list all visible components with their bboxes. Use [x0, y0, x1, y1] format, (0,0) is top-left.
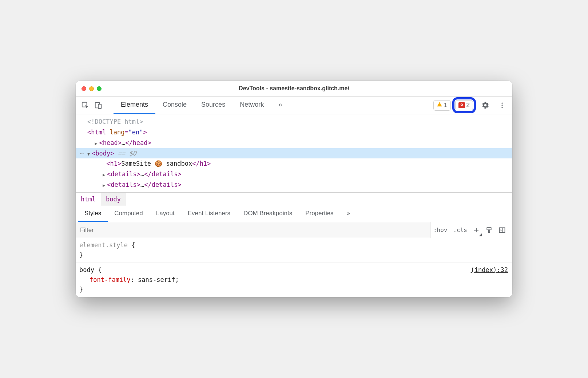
subtab-computed[interactable]: Computed	[108, 206, 149, 222]
subtab-layout[interactable]: Layout	[150, 206, 181, 222]
dom-doctype-line[interactable]: <!DOCTYPE html>	[76, 117, 512, 127]
issues-count: 2	[466, 102, 470, 109]
inspect-element-icon[interactable]	[79, 99, 92, 112]
tab-sources[interactable]: Sources	[194, 97, 233, 114]
styles-toolbar: :hov .cls	[76, 222, 512, 238]
traffic-lights	[82, 86, 102, 91]
svg-point-6	[501, 107, 502, 108]
crumb-body[interactable]: body	[101, 193, 126, 206]
tab-elements[interactable]: Elements	[114, 97, 155, 114]
svg-point-5	[501, 105, 502, 106]
warning-icon	[437, 102, 442, 109]
css-property-value[interactable]: sans-serif	[138, 276, 175, 283]
selector-element-style: element.style	[79, 241, 128, 249]
main-panel-tabs: Elements Console Sources Network »	[114, 97, 289, 114]
subtab-more[interactable]: »	[340, 206, 357, 222]
devtools-window: DevTools - samesite-sandbox.glitch.me/ E…	[76, 81, 512, 297]
expand-icon[interactable]: ▶	[103, 171, 107, 178]
selector-body: body	[79, 266, 94, 273]
subtab-properties[interactable]: Properties	[299, 206, 340, 222]
hov-toggle[interactable]: :hov	[430, 222, 450, 238]
tab-network[interactable]: Network	[233, 97, 271, 114]
dom-h1-line[interactable]: <h1>SameSite 🍪 sandbox</h1>	[76, 158, 512, 169]
subtab-event-listeners[interactable]: Event Listeners	[181, 206, 237, 222]
tab-console[interactable]: Console	[155, 97, 194, 114]
expand-icon[interactable]: ▶	[95, 140, 99, 147]
cls-toggle[interactable]: .cls	[450, 222, 470, 238]
subtab-styles[interactable]: Styles	[78, 206, 108, 222]
crumb-html[interactable]: html	[76, 193, 101, 206]
window-close-button[interactable]	[82, 86, 86, 91]
subtab-dom-breakpoints[interactable]: DOM Breakpoints	[237, 206, 299, 222]
device-toolbar-icon[interactable]	[92, 99, 105, 112]
rule-source-link[interactable]: (index):32	[471, 265, 508, 275]
expand-icon[interactable]: ▶	[103, 182, 107, 189]
toggle-computed-sidebar-icon[interactable]	[496, 222, 509, 238]
css-property-name[interactable]: font-family	[90, 276, 131, 283]
dom-head-line[interactable]: ▶<head>…</head>	[76, 138, 512, 148]
dom-body-line[interactable]: ⋯▼<body> == $0	[76, 148, 512, 159]
breadcrumbs: html body	[76, 192, 512, 206]
styles-subtabs: Styles Computed Layout Event Listeners D…	[76, 206, 512, 222]
settings-icon[interactable]	[478, 98, 493, 113]
issues-icon	[458, 102, 465, 108]
kebab-menu-icon[interactable]	[495, 98, 509, 113]
new-style-rule-button[interactable]	[470, 222, 482, 238]
main-toolbar: Elements Console Sources Network » 1	[76, 97, 512, 114]
titlebar: DevTools - samesite-sandbox.glitch.me/	[76, 81, 512, 97]
warnings-count: 1	[444, 102, 447, 109]
svg-rect-8	[500, 228, 505, 232]
window-minimize-button[interactable]	[89, 86, 94, 91]
dom-details-line-2[interactable]: ▶<details>…</details>	[76, 180, 512, 190]
status-badges: 1 2	[433, 97, 476, 113]
warnings-counter[interactable]: 1	[433, 100, 450, 111]
window-zoom-button[interactable]	[97, 86, 102, 91]
svg-rect-7	[487, 227, 491, 230]
svg-rect-2	[98, 105, 101, 109]
dom-details-line-1[interactable]: ▶<details>…</details>	[76, 169, 512, 180]
rule-element-style[interactable]: element.style { }	[76, 238, 512, 263]
more-tabs-button[interactable]: »	[271, 97, 289, 114]
rule-body[interactable]: (index):32 body { font-family: sans-seri…	[76, 263, 512, 298]
issues-highlight-ring: 2	[452, 97, 476, 113]
dom-tree[interactable]: <!DOCTYPE html> <html lang="en"> ▶<head>…	[76, 114, 512, 192]
styles-brush-icon[interactable]	[482, 222, 496, 238]
issues-counter[interactable]: 2	[455, 100, 473, 110]
collapse-icon[interactable]: ▼	[87, 150, 92, 158]
window-title: DevTools - samesite-sandbox.glitch.me/	[82, 85, 506, 92]
styles-filter-input[interactable]	[76, 222, 430, 238]
dom-html-line[interactable]: <html lang="en">	[76, 127, 512, 138]
svg-point-4	[501, 103, 502, 104]
